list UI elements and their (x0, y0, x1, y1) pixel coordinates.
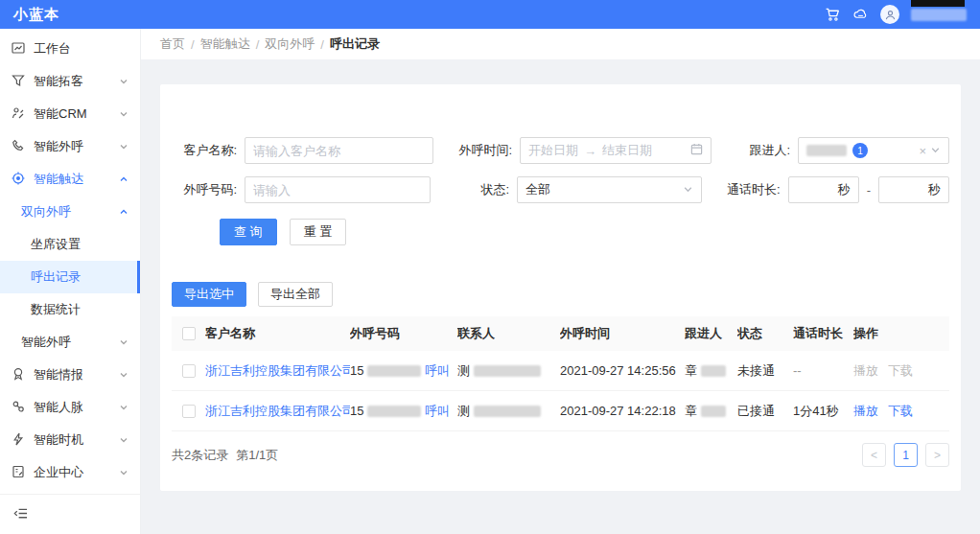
record-count-text: 共2条记录 (172, 447, 228, 464)
username-redacted[interactable] (911, 9, 967, 21)
follower-select[interactable]: 1 × (798, 137, 949, 164)
sidebar-item-call-records[interactable]: 呼出记录 (0, 261, 140, 293)
pagination-next-button[interactable]: > (925, 443, 949, 467)
customer-name-input[interactable] (245, 137, 433, 164)
breadcrumb-two-way-call[interactable]: 双向外呼 (265, 35, 315, 53)
breadcrumb-separator: / (256, 37, 260, 52)
sidebar-item-data-statistics[interactable]: 数据统计 (0, 293, 140, 326)
brand-logo: 小蓝本 (13, 6, 59, 24)
breadcrumb-home[interactable]: 首页 (160, 35, 185, 53)
cloud-icon[interactable] (852, 7, 869, 23)
phone-redacted (367, 406, 421, 417)
chevron-down-icon[interactable] (930, 144, 941, 158)
funnel-icon (12, 74, 25, 90)
row-checkbox[interactable] (182, 405, 196, 418)
call-time-label: 外呼时间: (447, 142, 512, 159)
download-action[interactable]: 下载 (888, 403, 913, 420)
content-card: 客户名称: 外呼时间: 开始日期 → 结束日期 跟进人: (160, 84, 961, 491)
duration-max-input[interactable] (886, 177, 924, 202)
status-select[interactable]: 全部 (517, 176, 702, 203)
play-action[interactable]: 播放 (853, 403, 878, 420)
sidebar-item-smart-outbound-call[interactable]: 智能外呼 (0, 130, 140, 163)
chevron-up-icon (119, 205, 128, 220)
user-avatar[interactable] (880, 5, 899, 24)
sidebar-item-smart-intelligence[interactable]: 智能情报 (0, 359, 140, 391)
sidebar-item-seat-settings[interactable]: 坐席设置 (0, 228, 140, 261)
call-time-cell: 2021-09-27 14:22:18 (560, 404, 685, 418)
duration-max-field: 秒 (878, 176, 949, 203)
filter-form: 客户名称: 外呼时间: 开始日期 → 结束日期 跟进人: (160, 84, 961, 245)
pagination-prev-button[interactable]: < (862, 443, 886, 467)
select-all-checkbox[interactable] (182, 327, 196, 340)
call-number-input[interactable] (245, 176, 431, 203)
phone-redacted (367, 365, 421, 377)
sidebar-nav: 工作台 智能拓客 智能CRM 智能外呼 (0, 29, 141, 534)
sidebar-item-smart-expansion[interactable]: 智能拓客 (0, 65, 140, 98)
cart-icon[interactable] (825, 7, 841, 23)
sidebar-item-smart-timing[interactable]: 智能时机 (0, 424, 140, 456)
sidebar-item-label: 智能外呼 (34, 138, 83, 155)
sidebar-item-smart-connections[interactable]: 智能人脉 (0, 391, 140, 424)
sidebar-item-label: 数据统计 (31, 301, 81, 318)
row-checkbox[interactable] (182, 364, 196, 378)
follower-prefix: 章 (685, 362, 697, 380)
sidebar-item-label: 智能时机 (34, 431, 83, 449)
sidebar-item-label: 工作台 (34, 40, 71, 58)
customer-link[interactable]: 浙江吉利控股集团有限公司 (205, 362, 350, 380)
redacted-strip (911, 0, 965, 7)
top-header-bar: 小蓝本 (0, 0, 980, 29)
follower-redacted (701, 365, 726, 377)
table-footer: 共2条记录 第1/1页 < 1 > (172, 443, 949, 467)
sidebar-item-smart-crm[interactable]: 智能CRM (0, 98, 140, 130)
contact-redacted (474, 365, 541, 377)
call-time-range-picker[interactable]: 开始日期 → 结束日期 (520, 137, 712, 164)
sidebar-item-label: 智能拓客 (34, 73, 83, 90)
status-cell: 未接通 (737, 362, 793, 380)
pagination: < 1 > (862, 443, 949, 467)
breadcrumb-separator: / (320, 37, 324, 52)
breadcrumb-smart-reach[interactable]: 智能触达 (200, 35, 250, 53)
table-row: 浙江吉利控股集团有限公司 15 呼叫 测 2021-09-27 14:22:18 (172, 391, 949, 431)
header-customer-name: 客户名称 (205, 325, 350, 342)
sidebar-collapse-button[interactable] (0, 494, 140, 534)
call-link[interactable]: 呼叫 (425, 403, 450, 420)
page-info-text: 第1/1页 (236, 447, 278, 464)
customer-link[interactable]: 浙江吉利控股集团有限公司 (205, 403, 350, 420)
breadcrumb-separator: / (191, 37, 195, 52)
reset-button[interactable]: 重 置 (290, 219, 347, 245)
clear-icon[interactable]: × (919, 145, 926, 157)
sidebar-item-label: 智能CRM (34, 105, 87, 123)
sidebar-item-enterprise-center[interactable]: 企业中心 (0, 456, 140, 489)
duration-unit: 秒 (838, 181, 851, 198)
duration-unit: 秒 (928, 181, 941, 198)
follower-count-badge: 1 (852, 143, 868, 158)
sidebar-item-two-way-call[interactable]: 双向外呼 (0, 196, 140, 228)
pagination-page-1[interactable]: 1 (894, 443, 918, 467)
header-duration: 通话时长 (793, 325, 853, 342)
contact-redacted (474, 406, 541, 417)
page-content: 客户名称: 外呼时间: 开始日期 → 结束日期 跟进人: (141, 59, 980, 534)
duration-min-input[interactable] (796, 177, 834, 202)
search-button[interactable]: 查 询 (220, 219, 277, 245)
target-icon (12, 172, 25, 188)
people-icon (12, 400, 25, 416)
sidebar-item-label: 智能外呼 (21, 334, 71, 351)
sidebar-item-smart-reach[interactable]: 智能触达 (0, 163, 140, 196)
export-selected-button[interactable]: 导出选中 (172, 282, 246, 307)
sidebar-item-smart-call-sub[interactable]: 智能外呼 (0, 326, 140, 359)
status-cell: 已接通 (737, 403, 793, 420)
chevron-down-icon (119, 75, 128, 89)
sidebar-item-label: 坐席设置 (31, 236, 81, 253)
chevron-down-icon (119, 433, 128, 448)
call-link[interactable]: 呼叫 (425, 362, 450, 380)
export-all-button[interactable]: 导出全部 (258, 282, 333, 307)
topbar-right-icons (825, 5, 967, 24)
sidebar-item-label: 智能情报 (34, 366, 83, 383)
dashboard-icon (12, 41, 25, 58)
follower-label: 跟进人: (725, 142, 790, 159)
call-time-cell: 2021-09-27 14:25:56 (560, 363, 685, 378)
building-icon (12, 465, 25, 481)
chevron-down-icon (119, 466, 128, 480)
chevron-down-icon (119, 107, 128, 122)
sidebar-item-workbench[interactable]: 工作台 (0, 33, 140, 65)
